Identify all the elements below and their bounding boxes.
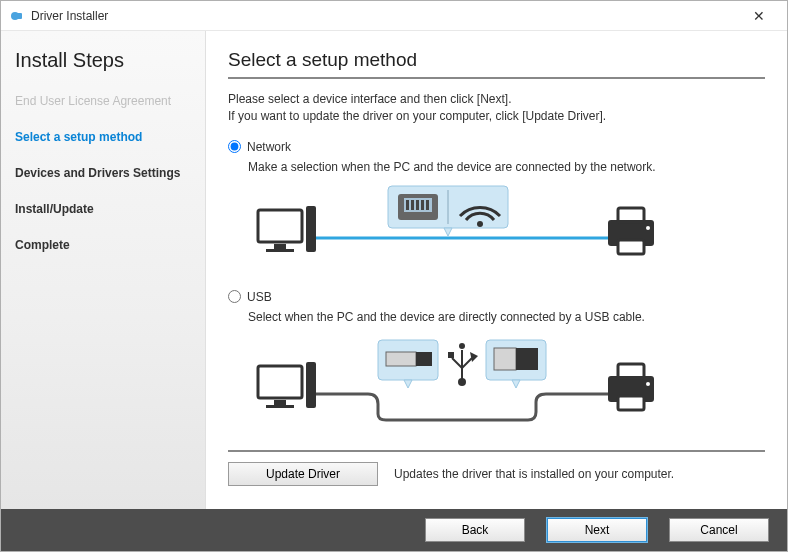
svg-point-16 — [477, 221, 483, 227]
main-panel: Select a setup method Please select a de… — [206, 31, 787, 509]
svg-rect-22 — [258, 366, 302, 398]
update-driver-desc: Updates the driver that is installed on … — [394, 467, 674, 481]
sidebar-heading: Install Steps — [15, 49, 191, 72]
option-network: Network Make a selection when the PC and… — [228, 140, 765, 272]
sidebar: Install Steps End User License Agreement… — [1, 31, 206, 509]
svg-point-36 — [458, 378, 466, 386]
usb-desc: Select when the PC and the device are di… — [248, 310, 765, 324]
app-icon — [9, 8, 25, 24]
svg-rect-39 — [516, 348, 538, 370]
step-eula: End User License Agreement — [15, 94, 191, 108]
radio-usb-label: USB — [247, 290, 272, 304]
update-row: Update Driver Updates the driver that is… — [228, 450, 765, 486]
network-illustration — [248, 182, 765, 272]
back-button[interactable]: Back — [425, 518, 525, 542]
step-devices-drivers: Devices and Drivers Settings — [15, 166, 191, 180]
svg-marker-17 — [444, 228, 452, 236]
svg-rect-24 — [266, 405, 294, 408]
network-bubble — [388, 186, 508, 236]
step-install-update: Install/Update — [15, 202, 191, 216]
svg-point-44 — [646, 382, 650, 386]
svg-rect-33 — [448, 352, 454, 358]
svg-rect-15 — [426, 200, 429, 210]
svg-line-32 — [452, 358, 462, 368]
svg-rect-2 — [258, 210, 302, 242]
radio-row-network[interactable]: Network — [228, 140, 765, 154]
svg-rect-3 — [274, 244, 286, 249]
svg-marker-35 — [470, 352, 478, 362]
close-icon[interactable]: ✕ — [739, 8, 779, 24]
svg-marker-29 — [404, 380, 412, 388]
next-button[interactable]: Next — [547, 518, 647, 542]
svg-rect-4 — [266, 249, 294, 252]
window-title: Driver Installer — [31, 9, 739, 23]
titlebar: Driver Installer ✕ — [1, 1, 787, 31]
page-heading: Select a setup method — [228, 49, 765, 71]
svg-rect-5 — [306, 206, 316, 252]
step-setup-method: Select a setup method — [15, 130, 191, 144]
svg-rect-27 — [386, 352, 416, 366]
instructions: Please select a device interface and the… — [228, 91, 765, 126]
svg-rect-14 — [421, 200, 424, 210]
printer-icon — [608, 208, 654, 254]
footer: Back Next Cancel — [1, 509, 787, 551]
network-desc: Make a selection when the PC and the dev… — [248, 160, 765, 174]
radio-row-usb[interactable]: USB — [228, 290, 765, 304]
usb-illustration — [248, 332, 765, 432]
svg-rect-1 — [17, 13, 22, 19]
svg-point-31 — [459, 343, 465, 349]
svg-rect-13 — [416, 200, 419, 210]
svg-rect-42 — [618, 364, 644, 378]
step-complete: Complete — [15, 238, 191, 252]
svg-rect-11 — [406, 200, 409, 210]
svg-point-21 — [646, 226, 650, 230]
radio-network[interactable] — [228, 140, 241, 153]
svg-rect-43 — [618, 396, 644, 410]
option-usb: USB Select when the PC and the device ar… — [228, 290, 765, 432]
instruction-line-2: If you want to update the driver on your… — [228, 108, 765, 125]
svg-marker-40 — [512, 380, 520, 388]
body: Install Steps End User License Agreement… — [1, 31, 787, 509]
instruction-line-1: Please select a device interface and the… — [228, 91, 765, 108]
svg-rect-38 — [494, 348, 516, 370]
update-driver-button[interactable]: Update Driver — [228, 462, 378, 486]
svg-rect-25 — [306, 362, 316, 408]
heading-divider — [228, 77, 765, 79]
svg-rect-19 — [618, 208, 644, 222]
radio-usb[interactable] — [228, 290, 241, 303]
svg-rect-23 — [274, 400, 286, 405]
cancel-button[interactable]: Cancel — [669, 518, 769, 542]
svg-rect-20 — [618, 240, 644, 254]
usb-trident-icon — [448, 343, 478, 386]
radio-network-label: Network — [247, 140, 291, 154]
svg-rect-12 — [411, 200, 414, 210]
app-window: Driver Installer ✕ Install Steps End Use… — [0, 0, 788, 552]
svg-line-34 — [462, 358, 472, 368]
computer-icon — [258, 206, 316, 252]
svg-rect-28 — [416, 352, 432, 366]
